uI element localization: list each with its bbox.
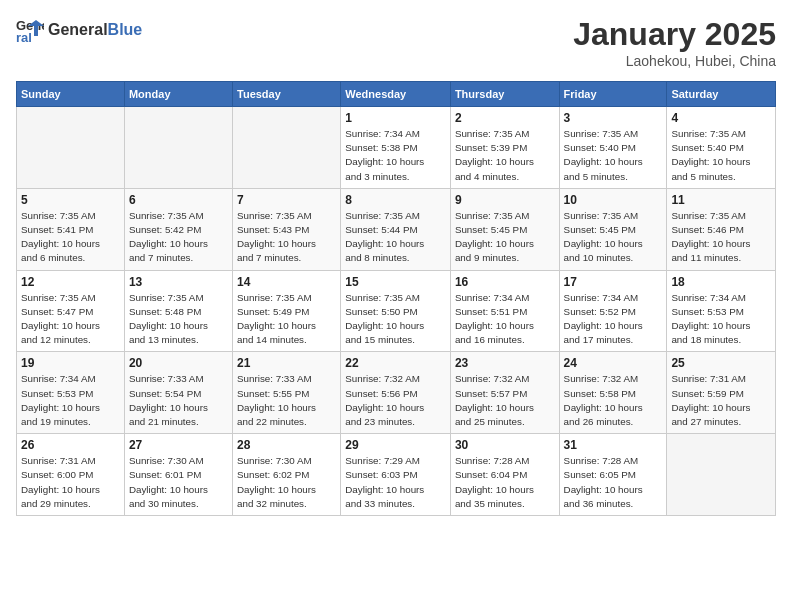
title-block: January 2025 Laohekou, Hubei, China [573,16,776,69]
calendar-day-cell: 17Sunrise: 7:34 AMSunset: 5:52 PMDayligh… [559,270,667,352]
calendar-day-cell: 13Sunrise: 7:35 AMSunset: 5:48 PMDayligh… [124,270,232,352]
day-number: 3 [564,111,663,125]
day-number: 6 [129,193,228,207]
weekday-header: Monday [124,82,232,107]
day-number: 15 [345,275,446,289]
day-info: Sunrise: 7:30 AMSunset: 6:01 PMDaylight:… [129,454,228,511]
day-info: Sunrise: 7:35 AMSunset: 5:47 PMDaylight:… [21,291,120,348]
day-number: 1 [345,111,446,125]
calendar-day-cell: 23Sunrise: 7:32 AMSunset: 5:57 PMDayligh… [450,352,559,434]
weekday-header: Wednesday [341,82,451,107]
day-number: 11 [671,193,771,207]
day-info: Sunrise: 7:31 AMSunset: 5:59 PMDaylight:… [671,372,771,429]
page-header: Gene ral GeneralBlue January 2025 Laohek… [16,16,776,69]
day-number: 4 [671,111,771,125]
day-number: 16 [455,275,555,289]
day-number: 23 [455,356,555,370]
weekday-header: Tuesday [233,82,341,107]
day-info: Sunrise: 7:34 AMSunset: 5:51 PMDaylight:… [455,291,555,348]
day-number: 18 [671,275,771,289]
day-info: Sunrise: 7:34 AMSunset: 5:53 PMDaylight:… [671,291,771,348]
day-info: Sunrise: 7:32 AMSunset: 5:57 PMDaylight:… [455,372,555,429]
day-info: Sunrise: 7:35 AMSunset: 5:41 PMDaylight:… [21,209,120,266]
day-info: Sunrise: 7:35 AMSunset: 5:46 PMDaylight:… [671,209,771,266]
calendar-day-cell: 30Sunrise: 7:28 AMSunset: 6:04 PMDayligh… [450,434,559,516]
calendar-day-cell [124,107,232,189]
day-info: Sunrise: 7:35 AMSunset: 5:40 PMDaylight:… [564,127,663,184]
calendar-day-cell: 6Sunrise: 7:35 AMSunset: 5:42 PMDaylight… [124,188,232,270]
calendar-day-cell: 7Sunrise: 7:35 AMSunset: 5:43 PMDaylight… [233,188,341,270]
calendar-day-cell: 24Sunrise: 7:32 AMSunset: 5:58 PMDayligh… [559,352,667,434]
day-number: 30 [455,438,555,452]
day-info: Sunrise: 7:35 AMSunset: 5:45 PMDaylight:… [564,209,663,266]
calendar-day-cell: 22Sunrise: 7:32 AMSunset: 5:56 PMDayligh… [341,352,451,434]
calendar-day-cell: 27Sunrise: 7:30 AMSunset: 6:01 PMDayligh… [124,434,232,516]
weekday-header: Saturday [667,82,776,107]
calendar-day-cell: 28Sunrise: 7:30 AMSunset: 6:02 PMDayligh… [233,434,341,516]
day-number: 26 [21,438,120,452]
day-number: 22 [345,356,446,370]
day-info: Sunrise: 7:29 AMSunset: 6:03 PMDaylight:… [345,454,446,511]
day-info: Sunrise: 7:35 AMSunset: 5:39 PMDaylight:… [455,127,555,184]
calendar-day-cell: 25Sunrise: 7:31 AMSunset: 5:59 PMDayligh… [667,352,776,434]
day-info: Sunrise: 7:34 AMSunset: 5:53 PMDaylight:… [21,372,120,429]
calendar-day-cell: 18Sunrise: 7:34 AMSunset: 5:53 PMDayligh… [667,270,776,352]
calendar-day-cell: 20Sunrise: 7:33 AMSunset: 5:54 PMDayligh… [124,352,232,434]
day-number: 9 [455,193,555,207]
day-info: Sunrise: 7:35 AMSunset: 5:49 PMDaylight:… [237,291,336,348]
weekday-header-row: SundayMondayTuesdayWednesdayThursdayFrid… [17,82,776,107]
logo: Gene ral GeneralBlue [16,16,142,44]
calendar-week-row: 1Sunrise: 7:34 AMSunset: 5:38 PMDaylight… [17,107,776,189]
calendar-week-row: 26Sunrise: 7:31 AMSunset: 6:00 PMDayligh… [17,434,776,516]
day-info: Sunrise: 7:33 AMSunset: 5:54 PMDaylight:… [129,372,228,429]
calendar-day-cell: 5Sunrise: 7:35 AMSunset: 5:41 PMDaylight… [17,188,125,270]
calendar-day-cell: 1Sunrise: 7:34 AMSunset: 5:38 PMDaylight… [341,107,451,189]
day-info: Sunrise: 7:31 AMSunset: 6:00 PMDaylight:… [21,454,120,511]
day-number: 20 [129,356,228,370]
day-number: 14 [237,275,336,289]
weekday-header: Sunday [17,82,125,107]
calendar-day-cell: 10Sunrise: 7:35 AMSunset: 5:45 PMDayligh… [559,188,667,270]
day-number: 25 [671,356,771,370]
day-info: Sunrise: 7:32 AMSunset: 5:56 PMDaylight:… [345,372,446,429]
calendar-day-cell: 3Sunrise: 7:35 AMSunset: 5:40 PMDaylight… [559,107,667,189]
day-info: Sunrise: 7:33 AMSunset: 5:55 PMDaylight:… [237,372,336,429]
day-info: Sunrise: 7:35 AMSunset: 5:42 PMDaylight:… [129,209,228,266]
calendar-week-row: 5Sunrise: 7:35 AMSunset: 5:41 PMDaylight… [17,188,776,270]
calendar-day-cell: 31Sunrise: 7:28 AMSunset: 6:05 PMDayligh… [559,434,667,516]
day-info: Sunrise: 7:34 AMSunset: 5:38 PMDaylight:… [345,127,446,184]
day-info: Sunrise: 7:34 AMSunset: 5:52 PMDaylight:… [564,291,663,348]
month-title: January 2025 [573,16,776,53]
calendar-day-cell: 26Sunrise: 7:31 AMSunset: 6:00 PMDayligh… [17,434,125,516]
day-number: 19 [21,356,120,370]
day-number: 29 [345,438,446,452]
logo-text: GeneralBlue [48,21,142,39]
calendar-day-cell: 21Sunrise: 7:33 AMSunset: 5:55 PMDayligh… [233,352,341,434]
day-info: Sunrise: 7:30 AMSunset: 6:02 PMDaylight:… [237,454,336,511]
calendar-week-row: 19Sunrise: 7:34 AMSunset: 5:53 PMDayligh… [17,352,776,434]
day-number: 17 [564,275,663,289]
calendar-day-cell: 16Sunrise: 7:34 AMSunset: 5:51 PMDayligh… [450,270,559,352]
weekday-header: Thursday [450,82,559,107]
day-number: 27 [129,438,228,452]
day-info: Sunrise: 7:35 AMSunset: 5:40 PMDaylight:… [671,127,771,184]
day-number: 7 [237,193,336,207]
day-number: 12 [21,275,120,289]
calendar-day-cell: 11Sunrise: 7:35 AMSunset: 5:46 PMDayligh… [667,188,776,270]
calendar-day-cell [667,434,776,516]
calendar-day-cell: 8Sunrise: 7:35 AMSunset: 5:44 PMDaylight… [341,188,451,270]
calendar-week-row: 12Sunrise: 7:35 AMSunset: 5:47 PMDayligh… [17,270,776,352]
day-info: Sunrise: 7:35 AMSunset: 5:45 PMDaylight:… [455,209,555,266]
day-number: 8 [345,193,446,207]
day-number: 31 [564,438,663,452]
svg-text:ral: ral [16,30,32,44]
day-number: 13 [129,275,228,289]
day-info: Sunrise: 7:35 AMSunset: 5:43 PMDaylight:… [237,209,336,266]
location: Laohekou, Hubei, China [573,53,776,69]
day-info: Sunrise: 7:28 AMSunset: 6:04 PMDaylight:… [455,454,555,511]
calendar-day-cell: 12Sunrise: 7:35 AMSunset: 5:47 PMDayligh… [17,270,125,352]
day-number: 10 [564,193,663,207]
calendar-day-cell: 29Sunrise: 7:29 AMSunset: 6:03 PMDayligh… [341,434,451,516]
calendar-day-cell: 14Sunrise: 7:35 AMSunset: 5:49 PMDayligh… [233,270,341,352]
day-number: 28 [237,438,336,452]
